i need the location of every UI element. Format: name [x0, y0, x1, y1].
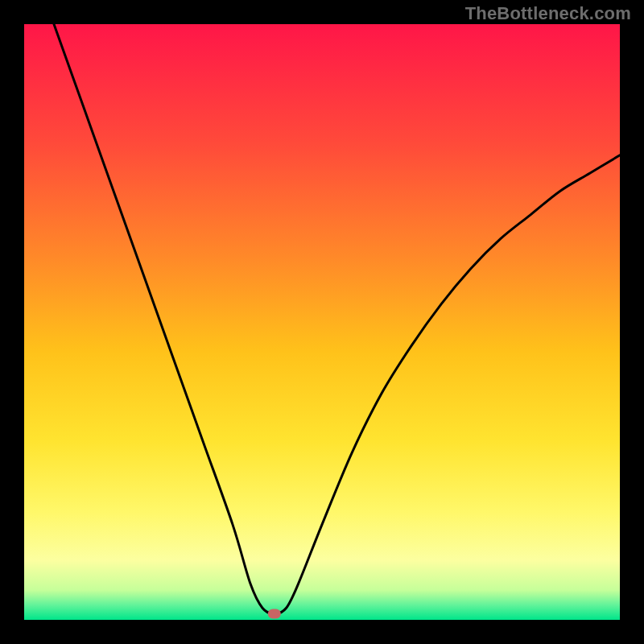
marker-point	[268, 609, 281, 619]
bottleneck-chart	[24, 24, 620, 620]
chart-frame: TheBottleneck.com	[0, 0, 644, 644]
watermark-label: TheBottleneck.com	[465, 3, 631, 24]
gradient-background	[24, 24, 620, 620]
plot-area	[24, 24, 620, 620]
